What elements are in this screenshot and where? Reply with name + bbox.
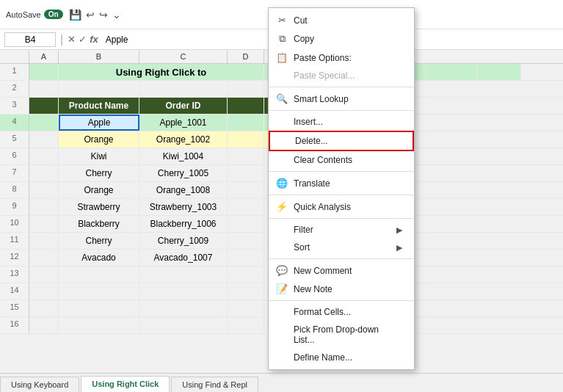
cell-c11[interactable]: Cherry_1009 — [139, 233, 228, 249]
more-commands-icon[interactable]: ⌄ — [112, 9, 121, 21]
cell-d5[interactable] — [228, 131, 264, 148]
cell-b6[interactable]: Kiwi — [59, 148, 139, 164]
col-header-c[interactable]: C — [139, 50, 228, 63]
cell-d10[interactable] — [228, 216, 264, 232]
menu-item-paste-options[interactable]: 📋Paste Options: — [269, 48, 414, 67]
autosave-toggle[interactable]: On — [44, 10, 63, 19]
cell-b3[interactable]: Product Name — [59, 98, 139, 114]
cell-c16[interactable] — [139, 317, 228, 333]
cell-a14[interactable] — [29, 283, 59, 300]
save-icon[interactable]: 💾 — [69, 9, 81, 21]
cell-c14[interactable] — [139, 283, 228, 300]
cell-a9[interactable] — [29, 199, 59, 215]
cell-d15[interactable] — [228, 300, 264, 316]
cell-a6[interactable] — [29, 148, 59, 164]
cell-b9[interactable]: Strawberry — [59, 199, 139, 215]
cell-f1[interactable] — [426, 64, 477, 80]
menu-item-new-comment[interactable]: 💬New Comment — [269, 261, 414, 280]
cancel-icon[interactable]: ✕ — [68, 34, 76, 45]
cell-d6[interactable] — [228, 148, 264, 164]
cell-c13[interactable] — [139, 266, 228, 283]
cell-a8[interactable] — [29, 182, 59, 198]
new-comment-icon: 💬 — [276, 265, 288, 276]
cell-b16[interactable] — [59, 317, 139, 333]
menu-item-new-note[interactable]: 📝New Note — [269, 280, 414, 298]
cell-d4[interactable] — [228, 115, 264, 131]
sheet-tab-1[interactable]: Using Right Click — [81, 376, 170, 392]
cell-d3[interactable] — [228, 98, 264, 114]
cell-a16[interactable] — [29, 317, 59, 333]
menu-item-translate[interactable]: 🌐Translate — [269, 174, 414, 192]
menu-item-pick-dropdown[interactable]: Pick From Drop-down List... — [269, 321, 414, 349]
cell-a2[interactable] — [29, 81, 59, 97]
cell-b12[interactable]: Avacado — [59, 250, 139, 266]
cell-c5[interactable]: Orange_1002 — [139, 131, 228, 148]
cell-c7[interactable]: Cherry_1005 — [139, 165, 228, 181]
undo-icon[interactable]: ↩ — [86, 9, 95, 21]
menu-item-cut[interactable]: ✂Cut — [269, 11, 414, 29]
cell-c6[interactable]: Kiwi_1004 — [139, 148, 228, 164]
cell-d11[interactable] — [228, 233, 264, 249]
cell-b15[interactable] — [59, 300, 139, 316]
cell-c3[interactable]: Order ID — [139, 98, 228, 114]
cell-c8[interactable]: Orange_1008 — [139, 182, 228, 198]
cell-b7[interactable]: Cherry — [59, 165, 139, 181]
cell-b1[interactable]: Using Right Click to — [59, 64, 264, 80]
cell-d2[interactable] — [228, 81, 264, 97]
cell-c15[interactable] — [139, 300, 228, 316]
cell-a15[interactable] — [29, 300, 59, 316]
cell-d7[interactable] — [228, 165, 264, 181]
cell-c10[interactable]: Blackberry_1006 — [139, 216, 228, 232]
cell-c4[interactable]: Apple_1001 — [139, 115, 228, 131]
formula-sep: | — [60, 33, 63, 46]
menu-item-copy[interactable]: ⧉Copy — [269, 29, 414, 48]
cell-a3[interactable] — [29, 98, 59, 114]
cell-reference-box[interactable]: B4 — [4, 32, 56, 47]
cell-a7[interactable] — [29, 165, 59, 181]
cell-c9[interactable]: Strawberry_1003 — [139, 199, 228, 215]
menu-item-clear-contents[interactable]: Clear Contents — [269, 151, 414, 169]
cell-b11[interactable]: Cherry — [59, 233, 139, 249]
col-header-a[interactable]: A — [29, 50, 59, 63]
cell-a11[interactable] — [29, 233, 59, 249]
sort-label: Sort — [294, 242, 391, 253]
cell-d12[interactable] — [228, 250, 264, 266]
cell-a13[interactable] — [29, 266, 59, 283]
cell-b13[interactable] — [59, 266, 139, 283]
cell-d8[interactable] — [228, 182, 264, 198]
cell-b8[interactable]: Orange — [59, 182, 139, 198]
cell-a4[interactable] — [29, 115, 59, 131]
cell-b2[interactable] — [59, 81, 139, 97]
cell-b5[interactable]: Orange — [59, 131, 139, 148]
redo-icon[interactable]: ↪ — [99, 9, 108, 21]
sheet-tab-0[interactable]: Using Keyboard — [0, 377, 79, 392]
cell-a1[interactable] — [29, 64, 59, 80]
confirm-icon[interactable]: ✓ — [79, 34, 87, 45]
cell-d9[interactable] — [228, 199, 264, 215]
row-number: 14 — [0, 283, 29, 300]
fx-icon[interactable]: fx — [90, 34, 98, 45]
menu-item-delete[interactable]: Delete... — [269, 131, 414, 151]
cell-a10[interactable] — [29, 216, 59, 232]
col-header-b[interactable]: B — [59, 50, 139, 63]
menu-item-filter[interactable]: Filter▶ — [269, 221, 414, 239]
cell-b4[interactable]: Apple — [59, 115, 139, 131]
col-header-d[interactable]: D — [228, 50, 264, 63]
menu-item-smart-lookup[interactable]: 🔍Smart Lookup — [269, 90, 414, 108]
cell-d13[interactable] — [228, 266, 264, 283]
cell-g1[interactable] — [477, 64, 521, 80]
cell-d14[interactable] — [228, 283, 264, 300]
cell-c2[interactable] — [139, 81, 228, 97]
menu-item-quick-analysis[interactable]: ⚡Quick Analysis — [269, 197, 414, 216]
menu-item-insert[interactable]: Insert... — [269, 113, 414, 131]
cell-b14[interactable] — [59, 283, 139, 300]
cell-a5[interactable] — [29, 131, 59, 148]
menu-item-format-cells[interactable]: Format Cells... — [269, 303, 414, 321]
cell-a12[interactable] — [29, 250, 59, 266]
cell-b10[interactable]: Blackberry — [59, 216, 139, 232]
cell-c12[interactable]: Avacado_1007 — [139, 250, 228, 266]
menu-item-define-name[interactable]: Define Name... — [269, 349, 414, 366]
menu-item-sort[interactable]: Sort▶ — [269, 239, 414, 256]
sheet-tab-2[interactable]: Using Find & Repl — [171, 377, 258, 392]
cell-d16[interactable] — [228, 317, 264, 333]
